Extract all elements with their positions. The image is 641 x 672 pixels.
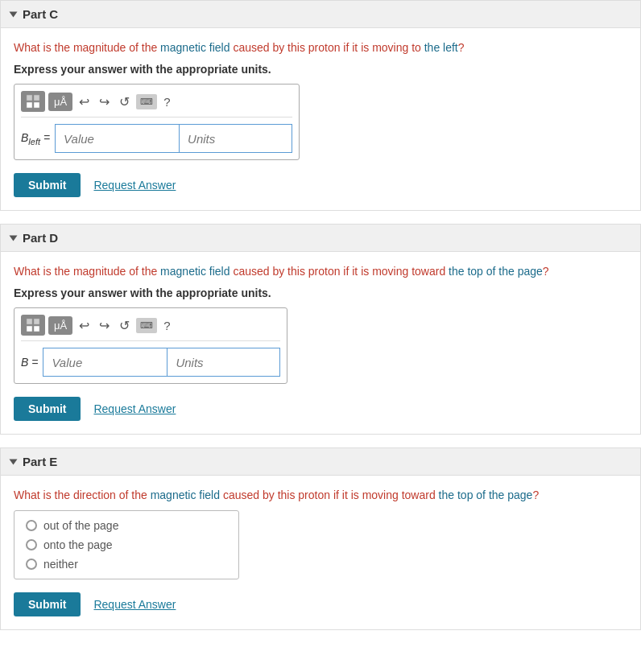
part-e-option-3[interactable]: neither	[26, 558, 227, 571]
part-d-question: What is the magnitude of the magnetic fi…	[14, 263, 627, 280]
part-d-toolbar: μÅ ↩ ↪ ↺ ⌨ ?	[21, 315, 280, 341]
part-d-q-prefix: What is the magnitude of the	[14, 265, 160, 278]
part-d-undo-icon[interactable]: ↩	[76, 316, 93, 335]
part-e-submit-button[interactable]: Submit	[14, 592, 81, 616]
part-d-header: Part D	[1, 225, 640, 252]
part-e-q-h2: the top of the page	[439, 489, 533, 501]
svg-rect-5	[34, 319, 39, 324]
part-c-q-mid1: caused by this proton if it is moving to	[230, 41, 424, 54]
part-c-q-h1: magnetic field	[160, 41, 230, 54]
part-d-value-input[interactable]	[43, 348, 167, 377]
part-e-radio-box: out of the page onto the page neither	[14, 510, 239, 579]
svg-rect-3	[34, 102, 39, 108]
part-c-section: Part C What is the magnitude of the magn…	[0, 0, 641, 211]
part-d-section: Part D What is the magnitude of the magn…	[0, 224, 641, 435]
part-c-header: Part C	[1, 1, 640, 28]
part-d-q-suffix: ?	[543, 265, 549, 278]
part-d-help-icon[interactable]: ?	[160, 317, 173, 334]
svg-rect-7	[34, 326, 39, 332]
part-c-redo-icon[interactable]: ↪	[96, 93, 113, 111]
part-e-option-3-label: neither	[43, 558, 78, 571]
part-e-option-1[interactable]: out of the page	[26, 519, 227, 532]
part-c-input-row: Bleft =	[21, 124, 292, 153]
part-d-matrix-btn[interactable]	[21, 315, 45, 336]
part-e-q-h1: magnetic field	[151, 489, 220, 501]
part-e-request-link[interactable]: Request Answer	[93, 598, 176, 611]
part-c-title: Part C	[23, 7, 58, 21]
part-e-q-suffix: ?	[532, 489, 539, 501]
part-e-radio-3[interactable]	[26, 559, 37, 570]
part-e-option-1-label: out of the page	[43, 519, 118, 532]
part-c-help-icon[interactable]: ?	[160, 93, 173, 110]
matrix-icon	[26, 94, 40, 109]
part-c-matrix-btn[interactable]	[21, 91, 45, 112]
part-e-q-prefix: What is the direction of the	[14, 489, 151, 501]
part-e-option-2[interactable]: onto the page	[26, 538, 227, 551]
part-d-q-h2: the top of the page	[449, 265, 543, 278]
part-d-submit-row: Submit Request Answer	[14, 397, 627, 421]
part-c-instruction: Express your answer with the appropriate…	[14, 63, 627, 76]
part-c-input-box: μÅ ↩ ↪ ↺ ⌨ ? Bleft =	[14, 84, 300, 160]
part-e-q-mid1: caused by this proton if it is moving to…	[220, 489, 439, 501]
part-c-units-input[interactable]	[180, 124, 292, 153]
part-d-q-h1: magnetic field	[160, 265, 230, 278]
part-e-section: Part E What is the direction of the magn…	[0, 447, 641, 630]
part-d-request-link[interactable]: Request Answer	[93, 402, 176, 415]
part-e-header: Part E	[1, 448, 640, 476]
svg-rect-1	[34, 95, 39, 101]
part-d-input-box: μÅ ↩ ↪ ↺ ⌨ ? B =	[14, 307, 287, 384]
part-c-toolbar: μÅ ↩ ↪ ↺ ⌨ ?	[21, 91, 292, 117]
svg-rect-2	[27, 102, 32, 108]
part-c-q-suffix: ?	[458, 41, 465, 54]
svg-rect-0	[27, 95, 32, 101]
part-c-toggle[interactable]	[10, 11, 18, 17]
matrix-icon-d	[26, 318, 40, 332]
part-d-title: Part D	[23, 231, 58, 245]
svg-rect-4	[27, 319, 32, 324]
part-c-request-link[interactable]: Request Answer	[93, 179, 176, 192]
part-d-units-input[interactable]	[167, 348, 280, 377]
part-d-input-row: B =	[21, 348, 280, 377]
part-c-submit-button[interactable]: Submit	[14, 173, 81, 197]
part-e-toggle[interactable]	[10, 459, 18, 464]
part-e-question: What is the direction of the magnetic fi…	[14, 487, 627, 504]
part-c-undo-icon[interactable]: ↩	[76, 93, 93, 111]
part-d-submit-button[interactable]: Submit	[14, 397, 81, 421]
part-d-keyboard-icon[interactable]: ⌨	[136, 318, 157, 333]
part-d-q-mid1: caused by this proton if it is moving to…	[230, 265, 449, 278]
part-d-redo-icon[interactable]: ↪	[96, 316, 113, 335]
part-c-keyboard-icon[interactable]: ⌨	[136, 94, 157, 109]
part-d-mu-btn[interactable]: μÅ	[48, 316, 72, 335]
part-c-q-h2: the left	[424, 41, 458, 54]
part-c-q-prefix: What is the magnitude of the	[14, 41, 160, 54]
part-c-subscript: left	[28, 136, 40, 146]
part-c-field-label: Bleft =	[21, 131, 50, 146]
part-e-title: Part E	[23, 455, 57, 468]
part-d-body: What is the magnitude of the magnetic fi…	[1, 252, 640, 434]
part-e-submit-row: Submit Request Answer	[14, 592, 627, 616]
part-c-body: What is the magnitude of the magnetic fi…	[1, 28, 640, 210]
svg-rect-6	[27, 326, 32, 332]
part-c-equals: =	[43, 131, 50, 144]
part-d-toggle[interactable]	[10, 235, 18, 241]
part-c-mu-btn[interactable]: μÅ	[48, 93, 72, 111]
part-d-equals: =	[31, 356, 38, 369]
part-e-option-2-label: onto the page	[43, 538, 113, 551]
part-d-field-label: B =	[21, 356, 38, 369]
part-e-body: What is the direction of the magnetic fi…	[1, 476, 640, 629]
part-c-submit-row: Submit Request Answer	[14, 173, 627, 197]
part-c-value-input[interactable]	[55, 124, 180, 153]
part-e-radio-2[interactable]	[26, 539, 37, 550]
part-e-radio-1[interactable]	[26, 520, 37, 531]
part-c-refresh-icon[interactable]: ↺	[116, 93, 133, 111]
part-d-instruction: Express your answer with the appropriate…	[14, 287, 627, 299]
part-c-question: What is the magnitude of the magnetic fi…	[14, 39, 627, 56]
part-d-refresh-icon[interactable]: ↺	[116, 316, 133, 335]
